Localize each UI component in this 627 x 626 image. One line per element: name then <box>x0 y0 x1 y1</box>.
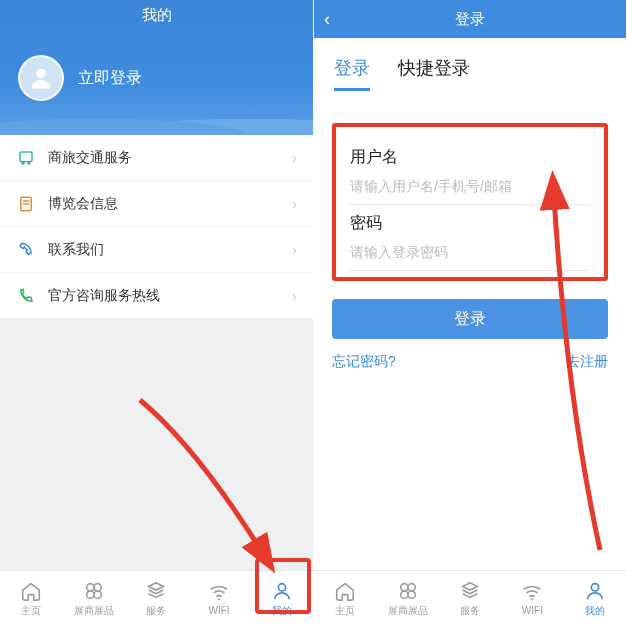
svg-point-7 <box>87 583 94 590</box>
mine-icon <box>584 580 606 602</box>
password-input[interactable] <box>350 234 590 271</box>
tabbar-service[interactable]: 服务 <box>439 571 501 626</box>
tabbar-label: 展商展品 <box>74 604 114 618</box>
tabbar-wifi[interactable]: WIFI <box>501 571 563 626</box>
tabbar-label: 主页 <box>21 604 41 618</box>
bottom-tabbar: 主页 展商展品 服务 WIFI 我的 <box>0 570 313 626</box>
tabbar-home[interactable]: 主页 <box>0 571 63 626</box>
tabbar-exhibit[interactable]: 展商展品 <box>63 571 126 626</box>
login-button[interactable]: 登录 <box>332 299 608 339</box>
header-mine: 我的 立即登录 <box>0 0 313 135</box>
svg-point-8 <box>94 583 101 590</box>
menu-item-bus[interactable]: 商旅交通服务 › <box>0 135 313 181</box>
tabbar-label: 服务 <box>146 604 166 618</box>
svg-point-11 <box>218 598 220 600</box>
forgot-password-link[interactable]: 忘记密码? <box>332 353 396 371</box>
password-label: 密码 <box>350 213 590 234</box>
exhibit-icon <box>397 580 419 602</box>
exhibit-icon <box>83 580 105 602</box>
wifi-icon <box>208 581 230 603</box>
home-icon <box>20 580 42 602</box>
tabbar-label: 主页 <box>335 604 355 618</box>
bottom-tabbar: 主页 展商展品 服务 WIFI 我的 <box>314 570 626 626</box>
tabbar-mine[interactable]: 我的 <box>250 571 313 626</box>
tabbar-label: WIFI <box>209 605 230 616</box>
screen-mine: 我的 立即登录 商旅交通服务 › 博览会信息 › 联系我们 › 官方咨询服务热线… <box>0 0 313 626</box>
tabbar-label: 我的 <box>272 604 292 618</box>
menu-item-label: 博览会信息 <box>48 195 118 213</box>
page-title: 登录 <box>455 10 485 29</box>
tab-login[interactable]: 登录 <box>334 56 370 91</box>
chevron-right-icon: › <box>292 242 297 258</box>
tabbar-service[interactable]: 服务 <box>125 571 188 626</box>
tabbar-exhibit[interactable]: 展商展品 <box>376 571 438 626</box>
svg-point-17 <box>531 598 533 600</box>
svg-point-0 <box>36 69 45 78</box>
svg-point-14 <box>408 583 415 590</box>
mine-icon <box>271 580 293 602</box>
bus-icon <box>16 148 36 168</box>
svg-point-10 <box>94 591 101 598</box>
chevron-right-icon: › <box>292 288 297 304</box>
svg-point-3 <box>28 161 31 164</box>
menu-item-phone[interactable]: 联系我们 › <box>0 227 313 273</box>
register-link[interactable]: 去注册 <box>566 353 608 371</box>
avatar-icon <box>18 55 64 101</box>
chevron-right-icon: › <box>292 150 297 166</box>
call-icon <box>16 286 36 306</box>
tabbar-mine[interactable]: 我的 <box>564 571 626 626</box>
menu-item-doc[interactable]: 博览会信息 › <box>0 181 313 227</box>
tabbar-label: WIFI <box>522 605 543 616</box>
tabbar-wifi[interactable]: WIFI <box>188 571 251 626</box>
doc-icon <box>16 194 36 214</box>
screen-login: ‹ 登录 登录 快捷登录 用户名 密码 登录 忘记密码? 去注册 <box>313 0 626 626</box>
svg-point-18 <box>591 583 598 590</box>
home-icon <box>334 580 356 602</box>
svg-point-9 <box>87 591 94 598</box>
login-cta[interactable]: 立即登录 <box>18 55 142 101</box>
phone-icon <box>16 240 36 260</box>
svg-point-16 <box>408 591 415 598</box>
svg-point-15 <box>400 591 407 598</box>
header-login: ‹ 登录 <box>314 0 626 38</box>
tabbar-home[interactable]: 主页 <box>314 571 376 626</box>
tabbar-label: 我的 <box>585 604 605 618</box>
service-icon <box>459 580 481 602</box>
menu-item-label: 商旅交通服务 <box>48 149 132 167</box>
back-button[interactable]: ‹ <box>324 0 330 38</box>
svg-point-2 <box>22 161 25 164</box>
header-wave-decoration <box>0 113 313 135</box>
svg-point-13 <box>400 583 407 590</box>
username-label: 用户名 <box>350 147 590 168</box>
login-form-highlight: 用户名 密码 <box>332 123 608 281</box>
tabbar-label: 展商展品 <box>388 604 428 618</box>
tabbar-label: 服务 <box>460 604 480 618</box>
chevron-right-icon: › <box>292 196 297 212</box>
svg-point-12 <box>278 583 285 590</box>
login-tabs: 登录 快捷登录 <box>314 38 626 101</box>
empty-body <box>0 319 313 570</box>
menu-item-call[interactable]: 官方咨询服务热线 › <box>0 273 313 319</box>
menu-item-label: 联系我们 <box>48 241 104 259</box>
tab-quick-login[interactable]: 快捷登录 <box>398 56 470 91</box>
service-icon <box>145 580 167 602</box>
login-cta-label: 立即登录 <box>78 68 142 89</box>
menu-list: 商旅交通服务 › 博览会信息 › 联系我们 › 官方咨询服务热线 › <box>0 135 313 319</box>
menu-item-label: 官方咨询服务热线 <box>48 287 160 305</box>
page-title: 我的 <box>0 6 313 25</box>
username-input[interactable] <box>350 168 590 205</box>
svg-rect-1 <box>20 152 32 162</box>
wifi-icon <box>521 581 543 603</box>
